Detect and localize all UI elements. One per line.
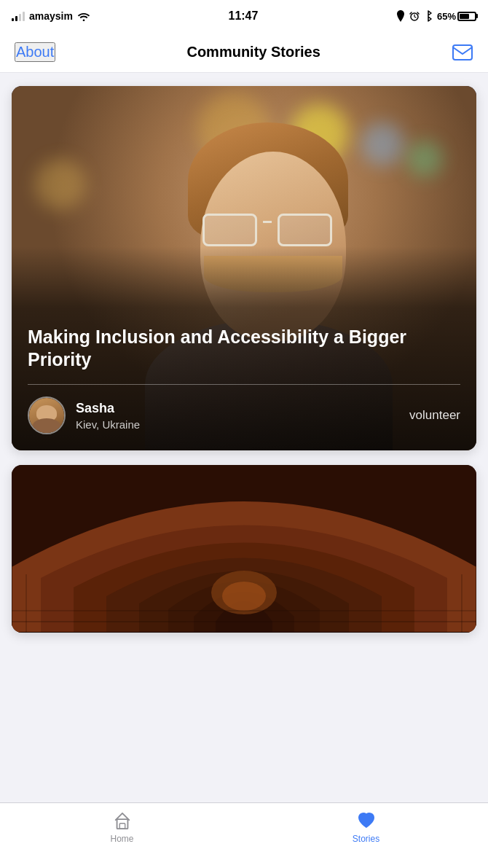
story-title-1: Making Inclusion and Accessibility a Big… <box>28 326 460 372</box>
alarm-icon <box>409 11 420 21</box>
bluetooth-icon <box>424 10 433 22</box>
author-location-1: Kiev, Ukraine <box>76 418 140 431</box>
wifi-icon <box>77 12 90 21</box>
battery-icon <box>457 12 476 21</box>
tab-stories[interactable]: Stories <box>323 810 410 844</box>
arch-image <box>12 465 476 633</box>
home-icon <box>111 810 133 831</box>
main-content: Making Inclusion and Accessibility a Big… <box>0 73 488 705</box>
status-right: 65% <box>396 10 476 22</box>
story-card-2[interactable] <box>12 465 476 633</box>
heart-icon-svg <box>356 810 377 831</box>
glasses-shape <box>202 214 332 246</box>
svg-rect-12 <box>117 819 127 829</box>
stories-icon <box>355 810 377 831</box>
house-icon-svg <box>113 811 132 830</box>
location-icon <box>396 10 405 22</box>
avatar-image-1 <box>29 398 64 433</box>
tab-home-label: Home <box>110 834 133 844</box>
battery-percentage: 65% <box>437 11 456 22</box>
page-title: Community Stories <box>186 44 320 60</box>
author-info-1: Sasha Kiev, Ukraine <box>28 396 140 434</box>
author-row-1: Sasha Kiev, Ukraine volunteer <box>28 396 460 434</box>
arch-svg <box>12 465 476 633</box>
signal-icon <box>12 11 25 21</box>
story-divider-1 <box>28 384 460 385</box>
bokeh-light-4 <box>406 141 443 177</box>
author-role-1: volunteer <box>409 408 460 423</box>
story-card-1[interactable]: Making Inclusion and Accessibility a Big… <box>12 86 476 450</box>
status-left: amaysim <box>12 10 90 22</box>
mail-icon <box>452 44 473 60</box>
tab-home[interactable]: Home <box>79 810 166 844</box>
bokeh-light-2 <box>361 122 404 166</box>
carrier-name: amaysim <box>29 10 73 22</box>
card-content-1: Making Inclusion and Accessibility a Big… <box>12 311 476 451</box>
svg-rect-1 <box>453 45 472 60</box>
svg-point-4 <box>222 582 266 611</box>
mail-button[interactable] <box>452 42 473 63</box>
status-time: 11:47 <box>228 9 258 23</box>
battery-indicator: 65% <box>437 11 476 22</box>
tab-bar: Home Stories <box>0 802 488 868</box>
author-text-1: Sasha Kiev, Ukraine <box>76 401 140 431</box>
author-name-1: Sasha <box>76 401 140 416</box>
status-bar: amaysim 11:47 65% <box>0 0 488 32</box>
author-avatar-1 <box>28 396 66 434</box>
tab-stories-label: Stories <box>353 834 379 844</box>
bokeh-light-5 <box>35 159 86 210</box>
back-button[interactable]: About <box>15 42 55 62</box>
svg-rect-13 <box>119 824 125 829</box>
nav-bar: About Community Stories <box>0 32 488 73</box>
